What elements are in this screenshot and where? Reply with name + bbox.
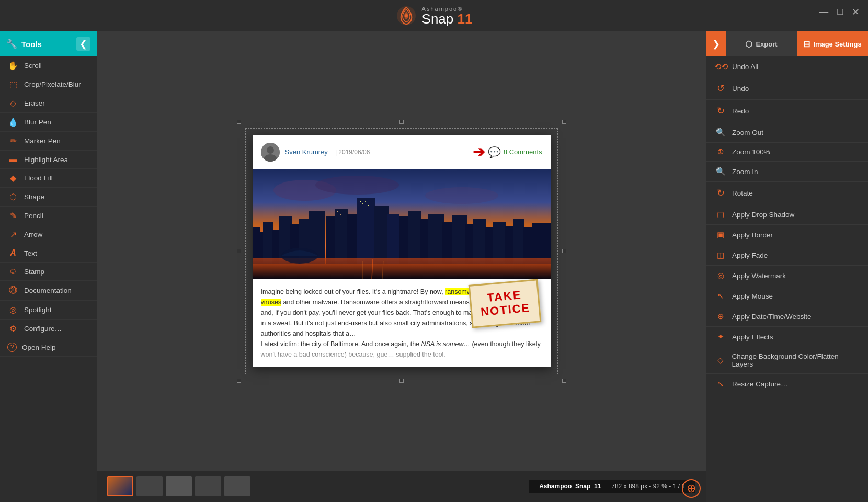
nav-circle[interactable]: ⊕ <box>682 479 701 498</box>
svg-point-8 <box>425 187 498 204</box>
crop-icon: ⬚ <box>7 79 19 89</box>
menu-item-undo-all[interactable]: ⟲⟲ Undo All <box>706 56 868 77</box>
menu-item-label: Apply Effects <box>732 333 773 341</box>
handle-middle-right[interactable] <box>562 249 566 253</box>
redo-icon: ↻ <box>714 105 727 117</box>
handle-top-right[interactable] <box>562 120 566 124</box>
handle-top-center[interactable] <box>399 120 404 124</box>
thumbnail-2[interactable] <box>136 476 163 496</box>
menu-item-label: Undo All <box>732 63 758 71</box>
sidebar-item-blur-pen[interactable]: 💧 Blur Pen <box>0 113 97 132</box>
tab-export[interactable]: ⬡ Export <box>726 31 797 56</box>
handle-bottom-center[interactable] <box>399 379 404 383</box>
menu-item-rotate[interactable]: ↻ Rotate <box>706 182 868 204</box>
window-controls[interactable]: — □ ✕ <box>816 5 863 19</box>
handle-middle-left[interactable] <box>237 249 241 253</box>
sidebar-item-label: Eraser <box>24 99 45 107</box>
sidebar-item-label: Text <box>24 249 37 257</box>
menu-item-label: Change Background Color/Flatten Layers <box>732 352 860 368</box>
svg-rect-28 <box>452 215 467 264</box>
comments-arrow-icon: ➔ <box>473 143 485 161</box>
sidebar-item-configure[interactable]: ⚙ Configure… <box>0 320 97 338</box>
svg-rect-17 <box>357 198 375 264</box>
handle-bottom-left[interactable] <box>237 379 241 383</box>
menu-item-apply-mouse[interactable]: ↖ Apply Mouse <box>706 286 868 306</box>
sidebar-item-scroll[interactable]: ✋ Scroll <box>0 56 97 75</box>
sidebar-item-pencil[interactable]: ✎ Pencil <box>0 207 97 225</box>
sidebar-item-marker-pen[interactable]: ✏ Marker Pen <box>0 132 97 151</box>
post-avatar <box>261 143 280 162</box>
post-header: Sven Krumrey | 2019/06/06 ➔ 💬 8 Comments <box>253 135 551 169</box>
menu-item-label: Apply Mouse <box>732 292 773 300</box>
thumbnail-1[interactable] <box>107 476 133 496</box>
zoom-in-icon: 🔍 <box>714 167 727 176</box>
right-panel-collapse-button[interactable]: ❯ <box>706 31 726 56</box>
title-bar: Ashampoo® Snap 11 — □ ✕ <box>0 0 868 31</box>
scroll-icon: ✋ <box>7 61 19 71</box>
svg-rect-40 <box>368 205 369 206</box>
sidebar-item-label: Arrow <box>24 231 42 238</box>
left-sidebar: 🔧 Tools ❮ ✋ Scroll ⬚ Crop/Pixelate/Blur … <box>0 31 97 502</box>
svg-rect-21 <box>335 209 348 264</box>
menu-item-apply-datetime[interactable]: ⊕ Apply Date/Time/Website <box>706 306 868 327</box>
documentation-icon: ⑳ <box>7 285 19 296</box>
sidebar-item-arrow[interactable]: ↗ Arrow <box>0 225 97 244</box>
thumbnail-3[interactable] <box>166 476 192 496</box>
svg-rect-37 <box>360 201 361 202</box>
sidebar-item-crop[interactable]: ⬚ Crop/Pixelate/Blur <box>0 75 97 94</box>
stamp-overlay: TAKE NOTICE <box>469 279 542 328</box>
main-canvas-area: Sven Krumrey | 2019/06/06 ➔ 💬 8 Comments <box>97 31 706 471</box>
export-icon: ⬡ <box>745 39 752 49</box>
sidebar-item-flood-fill[interactable]: ◆ Flood Fill <box>0 169 97 188</box>
help-icon: ? <box>7 343 17 352</box>
apply-border-icon: ▣ <box>714 230 727 239</box>
sidebar-item-documentation[interactable]: ⑳ Documentation <box>0 281 97 301</box>
sidebar-item-label: Open Help <box>22 344 56 351</box>
marker-pen-icon: ✏ <box>7 136 19 146</box>
shape-icon: ⬡ <box>7 192 19 202</box>
sidebar-item-stamp[interactable]: ☺ Stamp <box>0 263 97 281</box>
thumbnail-5[interactable] <box>224 476 250 496</box>
menu-item-zoom-100[interactable]: ① Zoom 100% <box>706 143 868 162</box>
menu-item-apply-drop-shadow[interactable]: ▢ Apply Drop Shadow <box>706 204 868 225</box>
menu-item-apply-fade[interactable]: ◫ Apply Fade <box>706 245 868 266</box>
sidebar-item-text[interactable]: A Text <box>0 244 97 263</box>
svg-rect-23 <box>399 216 409 264</box>
screenshot-content: Sven Krumrey | 2019/06/06 ➔ 💬 8 Comments <box>253 135 551 367</box>
menu-item-apply-watermark[interactable]: ◎ Apply Watermark <box>706 266 868 286</box>
sidebar-item-eraser[interactable]: ◇ Eraser <box>0 94 97 113</box>
sidebar-item-label: Scroll <box>24 62 42 70</box>
svg-rect-26 <box>428 214 444 264</box>
thumbnail-4[interactable] <box>195 476 221 496</box>
sidebar-collapse-button[interactable]: ❮ <box>76 37 90 51</box>
menu-item-zoom-out[interactable]: 🔍 Zoom Out <box>706 122 868 143</box>
maximize-button[interactable]: □ <box>834 5 846 19</box>
tab-image-settings[interactable]: ⊟ Image Settings <box>797 31 868 56</box>
menu-item-change-bg[interactable]: ◇ Change Background Color/Flatten Layers <box>706 347 868 374</box>
sidebar-item-highlight-area[interactable]: ▬ Highlight Area <box>0 151 97 169</box>
status-filename: Ashampoo_Snap_11 <box>539 483 601 490</box>
minimize-button[interactable]: — <box>816 5 831 19</box>
sidebar-item-open-help[interactable]: ? Open Help <box>0 338 97 357</box>
handle-bottom-right[interactable] <box>562 379 566 383</box>
menu-item-zoom-in[interactable]: 🔍 Zoom In <box>706 162 868 182</box>
stamp-icon: ☺ <box>7 267 19 276</box>
right-panel-tabs: ❯ ⬡ Export ⊟ Image Settings <box>706 31 868 56</box>
close-button[interactable]: ✕ <box>849 5 863 19</box>
handle-top-left[interactable] <box>237 120 241 124</box>
menu-item-apply-border[interactable]: ▣ Apply Border <box>706 225 868 245</box>
menu-item-label: Zoom In <box>732 168 758 176</box>
menu-item-redo[interactable]: ↻ Redo <box>706 100 868 122</box>
svg-rect-20 <box>326 216 336 264</box>
sidebar-item-shape[interactable]: ⬡ Shape <box>0 188 97 207</box>
menu-item-resize-capture[interactable]: ⤡ Resize Capture… <box>706 374 868 394</box>
sidebar-item-label: Flood Fill <box>24 174 53 182</box>
sidebar-header: 🔧 Tools ❮ <box>0 31 97 56</box>
menu-item-apply-effects[interactable]: ✦ Apply Effects <box>706 327 868 347</box>
sidebar-item-label: Marker Pen <box>24 137 61 145</box>
menu-item-undo[interactable]: ↺ Undo <box>706 77 868 100</box>
comments-badge: 💬 8 Comments <box>488 146 542 158</box>
svg-rect-41 <box>337 211 338 212</box>
sidebar-item-spotlight[interactable]: ◎ Spotlight <box>0 301 97 320</box>
svg-rect-33 <box>505 226 514 264</box>
